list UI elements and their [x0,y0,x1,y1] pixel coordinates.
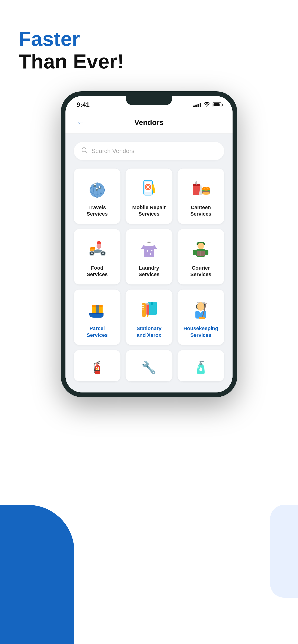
mobile-repair-icon [137,177,161,200]
app-header: ← Vendors [66,112,232,134]
svg-rect-21 [195,181,197,184]
service-grid: TravelsServices [74,168,224,345]
stationary-icon [137,298,161,321]
service-card-stationary[interactable]: Stationaryand Xerox [126,290,172,345]
svg-text:✦: ✦ [151,249,153,252]
headline-faster: Faster [19,28,279,50]
signal-icon [193,102,201,107]
svg-rect-56 [151,302,153,305]
service-card-food[interactable]: FoodServices [74,229,120,284]
housekeeping-icon [189,298,212,321]
app-body: Search Vendors [66,134,232,393]
svg-rect-46 [193,250,196,255]
svg-text:✦: ✦ [146,249,149,254]
svg-rect-47 [205,250,208,255]
svg-point-8 [94,183,96,185]
svg-point-70 [199,317,205,319]
mobile-repair-label: Mobile RepairServices [132,204,166,218]
status-icons [193,102,221,108]
battery-icon [213,102,221,107]
svg-point-44 [197,243,204,249]
laundry-label: LaundryServices [139,265,160,278]
phone-mockup: 9:41 [19,91,279,397]
svg-point-29 [207,188,208,189]
stationary-label: Stationaryand Xerox [136,325,162,338]
svg-point-34 [97,241,101,244]
phone-screen: 9:41 [66,96,232,393]
svg-line-1 [86,152,87,153]
travels-label: TravelsServices [87,204,108,218]
parcel-label: ParcelServices [87,325,108,338]
service-card-housekeeping[interactable]: HousekeepingServices [178,290,224,345]
partial-card-1[interactable]: 🧯 [74,350,120,381]
partial-icon-3: 🧴 [193,361,208,375]
svg-rect-54 [96,304,99,314]
housekeeping-label: HousekeepingServices [183,325,218,338]
svg-text:✦: ✦ [149,252,152,256]
service-card-mobile-repair[interactable]: Mobile RepairServices [126,168,172,224]
bg-decoration-left [0,505,74,644]
courier-label: CourierServices [190,265,211,278]
courier-icon [189,238,212,260]
partial-card-2[interactable]: 🔧 [126,350,172,381]
svg-marker-64 [146,315,149,317]
notch [126,96,172,105]
partial-service-row: 🧯 🔧 🧴 [74,350,224,381]
service-card-parcel[interactable]: ParcelServices [74,290,120,345]
back-button[interactable]: ← [77,118,85,127]
svg-rect-19 [193,184,200,195]
service-card-laundry[interactable]: ✦ ✦ ✦ LaundryServices [126,229,172,284]
svg-point-27 [204,188,205,188]
app-title: Vendors [134,118,164,127]
svg-point-38 [102,252,104,254]
search-placeholder: Search Vendors [91,148,134,154]
svg-point-12 [96,188,98,189]
bg-decoration-right [270,505,298,598]
service-card-canteen[interactable]: CanteenServices [178,168,224,224]
canteen-label: CanteenServices [190,204,211,218]
svg-rect-57 [142,303,146,317]
svg-point-10 [99,186,100,188]
headline-than-ever: Than Ever! [19,50,279,73]
search-icon [81,147,88,155]
food-icon [86,238,109,260]
food-label: FoodServices [87,265,108,278]
travels-icon [86,177,109,200]
phone-frame: 9:41 [61,91,237,397]
status-time: 9:41 [77,101,90,108]
svg-point-28 [206,188,207,188]
service-card-courier[interactable]: CourierServices [178,229,224,284]
svg-rect-31 [90,247,95,249]
laundry-icon: ✦ ✦ ✦ [137,238,161,260]
wifi-icon [204,102,210,108]
svg-point-36 [91,252,93,254]
svg-point-25 [202,192,210,195]
parcel-icon [86,298,109,321]
partial-icon-1: 🧯 [90,361,105,375]
canteen-icon [189,177,212,200]
svg-rect-65 [146,303,149,304]
partial-card-3[interactable]: 🧴 [178,350,224,381]
service-card-travels[interactable]: TravelsServices [74,168,120,224]
partial-icon-2: 🔧 [141,361,156,375]
svg-point-26 [202,187,210,190]
search-bar[interactable]: Search Vendors [74,142,224,160]
status-bar: 9:41 [66,96,232,112]
svg-point-67 [197,302,204,311]
